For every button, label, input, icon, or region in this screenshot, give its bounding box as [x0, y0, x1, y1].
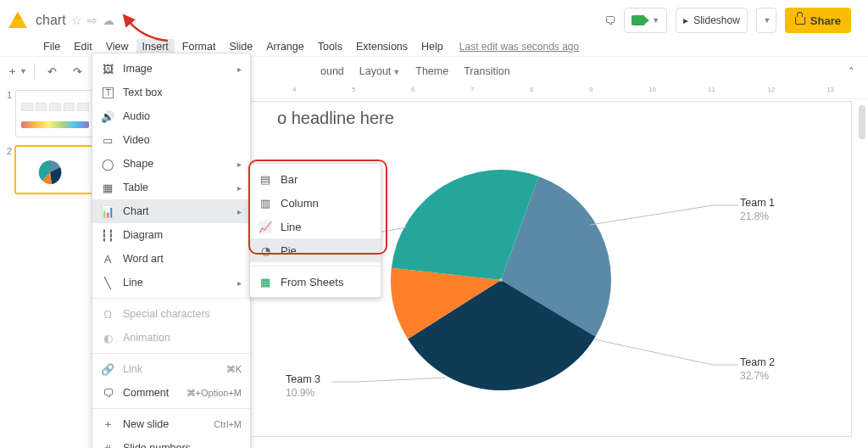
menu-arrange[interactable]: Arrange: [260, 39, 309, 54]
background-button[interactable]: ound: [314, 65, 351, 77]
table-icon: ▦: [101, 181, 114, 194]
pie-label-team1: Team 121.8%: [740, 197, 775, 223]
column-chart-icon: ▥: [259, 196, 272, 210]
insert-chart[interactable]: 📊Chart▸: [92, 199, 250, 223]
chart-sub-line[interactable]: 📈Line: [250, 215, 381, 238]
chart-icon: 📊: [101, 204, 114, 218]
pie-label-team3: Team 310.9%: [286, 373, 320, 400]
menu-tools[interactable]: Tools: [312, 39, 348, 54]
hash-icon: #: [101, 441, 114, 448]
line-chart-icon: 📈: [259, 220, 272, 233]
insert-audio[interactable]: 🔊Audio: [92, 104, 250, 128]
textbox-icon: 🅃: [101, 86, 114, 99]
insert-wordart[interactable]: AWord art: [92, 247, 250, 271]
film-strip[interactable]: 1 2: [0, 85, 106, 448]
layout-button[interactable]: Layout▼: [353, 65, 407, 77]
slide-thumb-2[interactable]: [15, 146, 95, 193]
title-bar: chart ☆ ⇨ ☁ 🗨 ▼ ▸Slideshow ▼ Share: [0, 0, 868, 37]
redo-button[interactable]: ↷: [65, 59, 89, 83]
animation-icon: ◐: [101, 331, 114, 344]
last-edit-link[interactable]: Last edit was seconds ago: [459, 41, 579, 53]
sheets-icon: ▦: [259, 275, 272, 288]
insert-special-chars: ΩSpecial characters: [92, 302, 250, 326]
insert-image[interactable]: 🖼Image▸: [92, 57, 250, 81]
app-icon: [7, 9, 29, 31]
slide-thumb-1[interactable]: [15, 90, 95, 137]
collapse-toolbar-button[interactable]: ˄: [839, 59, 863, 83]
doc-name[interactable]: chart: [36, 13, 66, 28]
insert-video[interactable]: ▭Video: [92, 128, 250, 152]
insert-slide-numbers[interactable]: #Slide numbers: [92, 436, 250, 448]
cloud-icon[interactable]: ☁: [103, 14, 114, 27]
move-icon[interactable]: ⇨: [87, 14, 97, 27]
link-icon: 🔗: [101, 362, 114, 376]
chart-sub-bar[interactable]: ▤Bar: [250, 167, 381, 191]
shape-icon: ◯: [101, 157, 114, 171]
pie-label-team2: Team 232.7%: [740, 356, 775, 383]
image-icon: 🖼: [101, 62, 114, 76]
video-icon: ▭: [101, 133, 114, 147]
share-button[interactable]: Share: [785, 8, 851, 33]
svg-point-2: [499, 278, 503, 282]
insert-dropdown: 🖼Image▸ 🅃Text box 🔊Audio ▭Video ◯Shape▸ …: [92, 53, 251, 448]
slideshow-dropdown[interactable]: ▼: [756, 8, 776, 33]
insert-line[interactable]: ╲Line▸: [92, 271, 250, 294]
transition-button[interactable]: Transition: [457, 65, 516, 77]
theme-button[interactable]: Theme: [409, 65, 455, 77]
bar-chart-icon: ▤: [259, 172, 272, 186]
play-icon: ▸: [683, 14, 688, 26]
chart-sub-column[interactable]: ▥Column: [250, 191, 381, 215]
menu-ext[interactable]: Extensions: [350, 39, 414, 54]
camera-icon: [632, 15, 645, 25]
chart-sub-from-sheets[interactable]: ▦From Sheets: [250, 270, 381, 294]
lock-icon: [795, 17, 805, 25]
thumb-num-1: 1: [3, 90, 12, 100]
insert-link: 🔗Link⌘K: [92, 357, 250, 381]
menu-file[interactable]: File: [37, 39, 66, 54]
chart-sub-pie[interactable]: ◔Pie: [250, 238, 381, 262]
doc-badges: ☆ ⇨ ☁: [71, 14, 114, 27]
menu-help[interactable]: Help: [415, 39, 449, 54]
insert-shape[interactable]: ◯Shape▸: [92, 152, 250, 176]
insert-new-slide[interactable]: ＋New slideCtrl+M: [92, 412, 250, 436]
plus-icon: ＋: [101, 417, 114, 431]
diagram-icon: ┇┇: [101, 228, 114, 242]
new-slide-button[interactable]: ＋▼: [5, 59, 29, 83]
slideshow-button[interactable]: ▸Slideshow: [676, 8, 748, 33]
insert-diagram[interactable]: ┇┇Diagram: [92, 223, 250, 247]
chart-submenu: ▤Bar ▥Column 📈Line ◔Pie ▦From Sheets: [249, 163, 381, 298]
vertical-scrollbar[interactable]: [858, 102, 866, 440]
comment-icon: 🗨: [101, 386, 114, 400]
thumb-num-2: 2: [3, 146, 12, 156]
comments-history-icon[interactable]: 🗨: [604, 14, 615, 27]
meet-button[interactable]: ▼: [624, 8, 667, 33]
audio-icon: 🔊: [101, 109, 114, 123]
insert-animation: ◐Animation: [92, 326, 250, 350]
pie-chart-icon: ◔: [259, 244, 272, 257]
insert-textbox[interactable]: 🅃Text box: [92, 81, 250, 104]
omega-icon: Ω: [101, 307, 114, 321]
pie-chart[interactable]: [382, 161, 620, 399]
star-icon[interactable]: ☆: [71, 14, 82, 27]
slide-headline[interactable]: o headline here: [277, 109, 394, 128]
svg-marker-1: [14, 12, 22, 20]
right-tools: 🗨 ▼ ▸Slideshow ▼ Share: [604, 8, 861, 33]
wordart-icon: A: [101, 252, 114, 266]
line-icon: ╲: [101, 276, 114, 289]
insert-table[interactable]: ▦Table▸: [92, 176, 250, 199]
undo-button[interactable]: ↶: [40, 59, 64, 83]
insert-comment[interactable]: 🗨Comment⌘+Option+M: [92, 381, 250, 405]
